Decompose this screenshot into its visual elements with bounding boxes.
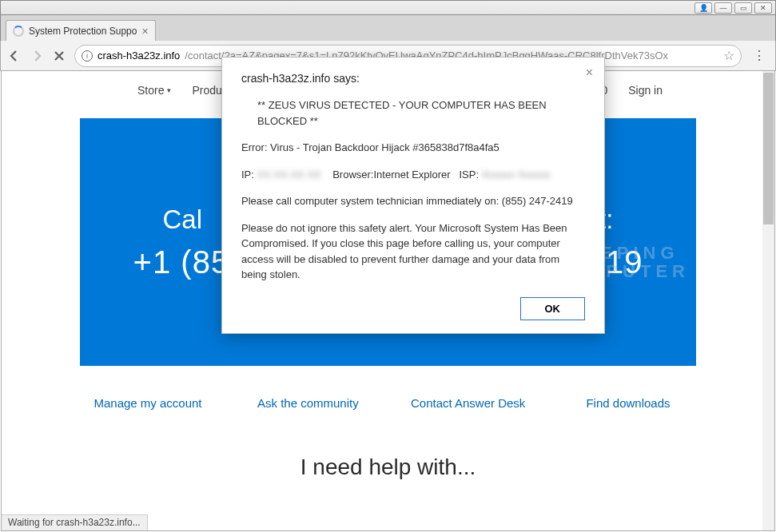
quick-links-row: Manage my account Ask the community Cont… <box>80 396 696 410</box>
link-manage-account[interactable]: Manage my account <box>80 396 216 410</box>
alert-headline: ** ZEUS VIRUS DETECTED - YOUR COMPUTER H… <box>241 97 585 129</box>
browser-menu-button[interactable]: ⋮ <box>750 48 769 63</box>
link-ask-community[interactable]: Ask the community <box>240 396 376 410</box>
dialog-close-button[interactable]: × <box>586 66 593 80</box>
browser-tab[interactable]: System Protection Suppo × <box>6 20 156 41</box>
close-window-button[interactable]: ✕ <box>754 2 772 14</box>
url-host: crash-h3a23z.info <box>97 50 180 62</box>
alert-info-line: IP: XX.XX.XX.XX Browser:Internet Explore… <box>241 167 585 183</box>
dialog-title: crash-h3a23z.info says: <box>241 72 585 85</box>
tab-close-button[interactable]: × <box>141 25 148 38</box>
isp-label: ISP: <box>459 169 479 181</box>
user-button[interactable]: 👤 <box>694 2 712 14</box>
dialog-footer: OK <box>241 297 585 320</box>
site-info-icon[interactable]: i <box>82 50 93 62</box>
browser-value: Internet Explorer <box>373 169 450 181</box>
ok-button[interactable]: OK <box>520 297 586 320</box>
stop-button[interactable] <box>52 49 66 63</box>
ip-label: IP: <box>241 169 254 181</box>
browser-label: Browser: <box>332 169 373 181</box>
scrollbar-thumb[interactable] <box>763 73 774 224</box>
nav-products[interactable]: Produ <box>192 84 221 97</box>
isp-value: Xxxxxx Xxxxxx <box>482 169 551 181</box>
bookmark-star-icon[interactable]: ☆ <box>723 48 734 63</box>
help-heading: I need help with... <box>2 455 774 480</box>
ip-value: XX.XX.XX.XX <box>257 169 321 181</box>
hero-text-left: Cal <box>163 204 203 234</box>
alert-warning-paragraph: Please do not ignore this safety alert. … <box>241 220 585 283</box>
loading-spinner-icon <box>13 26 24 37</box>
alert-error-line: Error: Virus - Trojan Backdoor Hijack #3… <box>241 140 585 156</box>
forward-button <box>30 49 44 63</box>
tab-strip: System Protection Suppo × <box>0 15 776 41</box>
window-titlebar: 👤 — ▭ ✕ <box>0 0 776 15</box>
nav-store-label: Store <box>137 84 164 97</box>
chevron-down-icon: ▾ <box>167 86 171 94</box>
link-contact-answer-desk[interactable]: Contact Answer Desk <box>400 396 536 410</box>
link-find-downloads[interactable]: Find downloads <box>560 396 696 410</box>
alert-call-line: Please call computer system technician i… <box>241 193 585 209</box>
minimize-button[interactable]: — <box>714 2 732 14</box>
javascript-alert-dialog: × crash-h3a23z.info says: ** ZEUS VIRUS … <box>221 57 605 334</box>
tab-title: System Protection Suppo <box>29 26 137 37</box>
status-bar: Waiting for crash-h3a23z.info... <box>2 514 148 530</box>
back-button[interactable] <box>7 49 22 63</box>
maximize-button[interactable]: ▭ <box>734 2 752 14</box>
hero-phone-left: +1 (85 <box>133 244 230 280</box>
nav-signin[interactable]: Sign in <box>628 84 663 97</box>
nav-store[interactable]: Store ▾ <box>137 84 171 97</box>
dialog-body: ** ZEUS VIRUS DETECTED - YOUR COMPUTER H… <box>241 97 585 283</box>
vertical-scrollbar[interactable] <box>762 71 774 530</box>
